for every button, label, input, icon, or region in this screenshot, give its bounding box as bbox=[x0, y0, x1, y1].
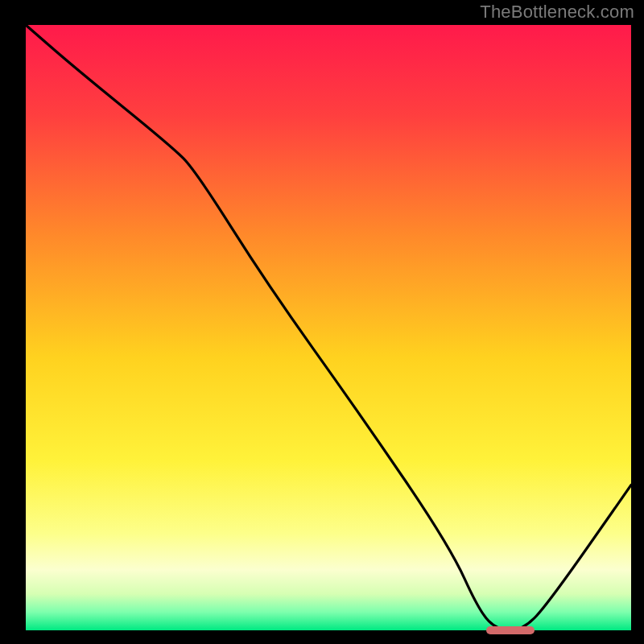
chart-svg bbox=[26, 25, 631, 630]
optimal-range-marker bbox=[486, 626, 535, 634]
plot-area bbox=[26, 25, 631, 630]
gradient-bg bbox=[26, 25, 631, 630]
watermark-text: TheBottleneck.com bbox=[480, 2, 634, 23]
chart-frame: TheBottleneck.com bbox=[0, 0, 644, 644]
